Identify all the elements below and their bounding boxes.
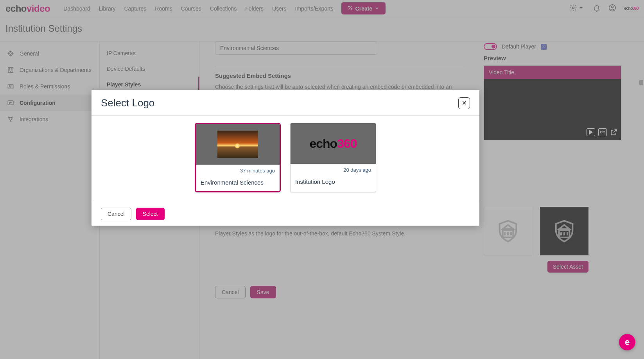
asset-timestamp: 20 days ago <box>295 167 371 173</box>
asset-title: Institution Logo <box>295 178 371 185</box>
modal-select-button[interactable]: Select <box>136 208 165 220</box>
modal-footer: Cancel Select <box>91 202 479 226</box>
help-fab[interactable]: e <box>619 334 635 350</box>
select-logo-modal: Select Logo ✕ 37 minutes ago Environment… <box>91 90 479 226</box>
modal-header: Select Logo ✕ <box>91 90 479 116</box>
asset-thumbnail: echo360 <box>291 123 376 164</box>
modal-body: 37 minutes ago Environmental Sciences ec… <box>91 116 479 202</box>
asset-timestamp: 37 minutes ago <box>201 168 275 174</box>
close-icon: ✕ <box>462 99 467 107</box>
asset-card-environmental[interactable]: 37 minutes ago Environmental Sciences <box>195 123 281 192</box>
asset-title: Environmental Sciences <box>201 179 275 186</box>
echo360-logo-icon: echo360 <box>309 136 357 151</box>
modal-title: Select Logo <box>101 97 154 109</box>
modal-cancel-button[interactable]: Cancel <box>101 208 131 220</box>
asset-thumbnail <box>196 124 280 165</box>
asset-card-institution[interactable]: echo360 20 days ago Institution Logo <box>290 123 376 192</box>
sunset-image-icon <box>217 131 258 158</box>
modal-close-button[interactable]: ✕ <box>458 97 470 109</box>
fab-icon: e <box>625 337 630 347</box>
